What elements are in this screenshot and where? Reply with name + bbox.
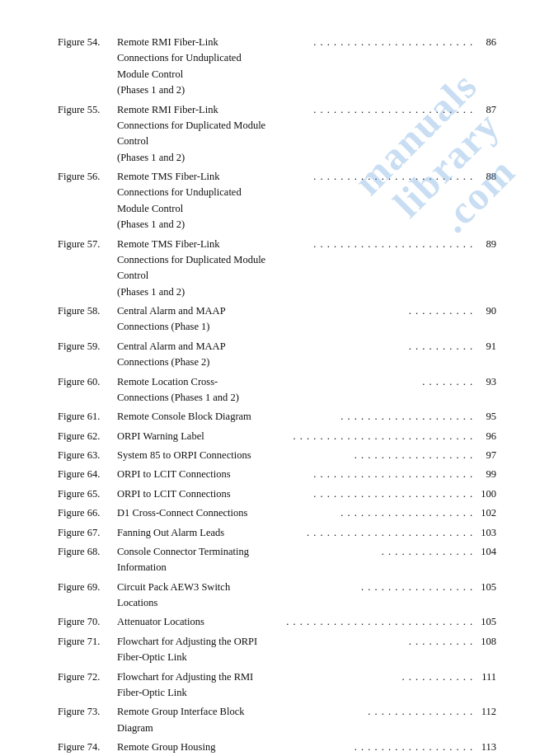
figure-title: Remote Group Housing (J58889AN-1) — [117, 738, 265, 756]
figure-number: Figure 58. — [58, 302, 117, 337]
figure-number: Figure 59. — [58, 337, 117, 373]
figure-number: Figure 71. — [58, 632, 117, 668]
toc-table: Figure 54.Remote RMI Fiber-Link Connecti… — [58, 33, 496, 756]
figure-page: 105 — [473, 578, 496, 613]
figure-number: Figure 70. — [58, 613, 117, 632]
figure-dots: . . . . . . . . . . . . . . . . . — [265, 578, 473, 613]
figure-page: 96 — [473, 427, 496, 446]
figure-number: Figure 55. — [58, 101, 117, 168]
table-row: Figure 65.ORPI to LCIT Connections. . . … — [58, 485, 496, 504]
figure-dots: . . . . . . . . . . . . . . . . . . — [265, 738, 473, 756]
figure-page: 97 — [473, 446, 496, 465]
figure-dots: . . . . . . . . . . . . . . — [265, 542, 473, 578]
table-row: Figure 69.Circuit Pack AEW3 Switch Locat… — [58, 578, 496, 613]
figure-title: Remote TMS Fiber-Link Connections for Un… — [117, 167, 265, 235]
figure-dots: . . . . . . . . . . — [265, 632, 473, 668]
figure-page: 113 — [473, 738, 496, 756]
figure-title: ORPI to LCIT Connections — [117, 465, 265, 484]
figure-dots: . . . . . . . . . . . . . . . . . . . . … — [265, 427, 473, 446]
figure-dots: . . . . . . . . . . . . . . . . . . . . … — [265, 485, 473, 504]
table-row: Figure 70.Attenuator Locations. . . . . … — [58, 613, 496, 632]
figure-title: Circuit Pack AEW3 Switch Locations — [117, 578, 265, 613]
figure-page: 112 — [473, 702, 496, 738]
figure-page: 104 — [473, 542, 496, 578]
figure-page: 108 — [473, 632, 496, 668]
figure-title: Flowchart for Adjusting the RMI Fiber-Op… — [117, 668, 265, 703]
figure-number: Figure 69. — [58, 578, 117, 613]
table-row: Figure 66.D1 Cross-Connect Connections. … — [58, 504, 496, 523]
figure-dots: . . . . . . . . . . . . . . . . . . . . … — [265, 613, 473, 632]
figure-page: 87 — [473, 101, 496, 168]
figure-page: 90 — [473, 302, 496, 337]
figure-page: 86 — [473, 33, 496, 101]
figure-number: Figure 54. — [58, 33, 117, 101]
figure-dots: . . . . . . . . . . . . . . . . . . — [265, 446, 473, 465]
figure-number: Figure 67. — [58, 524, 117, 542]
figure-dots: . . . . . . . . . . . . . . . . . . . . — [265, 504, 473, 523]
figure-dots: . . . . . . . . . . . . . . . . . . . . … — [265, 33, 473, 101]
table-row: Figure 63.System 85 to ORPI Connections.… — [58, 446, 496, 465]
table-row: Figure 60.Remote Location Cross-Connecti… — [58, 373, 496, 408]
figure-title: Attenuator Locations — [117, 613, 265, 632]
figure-title: ORPI to LCIT Connections — [117, 485, 265, 504]
figure-page: 100 — [473, 485, 496, 504]
figure-page: 103 — [473, 524, 496, 542]
figure-page: 105 — [473, 613, 496, 632]
figure-title: Remote Location Cross-Connections (Phase… — [117, 373, 265, 408]
table-row: Figure 72.Flowchart for Adjusting the RM… — [58, 668, 496, 703]
figure-title: Central Alarm and MAAP Connections (Phas… — [117, 337, 265, 373]
figure-dots: . . . . . . . . . . . . . . . . . . . . … — [265, 235, 473, 303]
page: manualslibrary.com Figure 54.Remote RMI … — [0, 0, 554, 756]
figure-dots: . . . . . . . . . . . . . . . . . . . . — [265, 407, 473, 426]
figure-title: Remote Group Interface Block Diagram — [117, 702, 265, 738]
table-row: Figure 56.Remote TMS Fiber-Link Connecti… — [58, 167, 496, 235]
table-row: Figure 57.Remote TMS Fiber-Link Connecti… — [58, 235, 496, 303]
figure-title: Remote RMI Fiber-Link Connections for Un… — [117, 33, 265, 101]
figure-number: Figure 63. — [58, 446, 117, 465]
table-row: Figure 54.Remote RMI Fiber-Link Connecti… — [58, 33, 496, 101]
figure-dots: . . . . . . . . . . — [265, 302, 473, 337]
table-row: Figure 68.Console Connector Terminating … — [58, 542, 496, 578]
figure-title: Central Alarm and MAAP Connections (Phas… — [117, 302, 265, 337]
figure-page: 93 — [473, 373, 496, 408]
figure-number: Figure 74. — [58, 738, 117, 756]
table-row: Figure 73.Remote Group Interface Block D… — [58, 702, 496, 738]
table-row: Figure 71.Flowchart for Adjusting the OR… — [58, 632, 496, 668]
figure-number: Figure 65. — [58, 485, 117, 504]
table-row: Figure 55.Remote RMI Fiber-Link Connecti… — [58, 101, 496, 168]
figure-page: 102 — [473, 504, 496, 523]
figure-number: Figure 60. — [58, 373, 117, 408]
table-row: Figure 67.Fanning Out Alarm Leads. . . .… — [58, 524, 496, 542]
figure-title: ORPI Warning Label — [117, 427, 265, 446]
figure-number: Figure 57. — [58, 235, 117, 303]
figure-page: 89 — [473, 235, 496, 303]
figure-number: Figure 61. — [58, 407, 117, 426]
figure-page: 111 — [473, 668, 496, 703]
figure-title: D1 Cross-Connect Connections — [117, 504, 265, 523]
figure-number: Figure 68. — [58, 542, 117, 578]
figure-dots: . . . . . . . . . . . . . . . . . . . . … — [265, 524, 473, 542]
figure-number: Figure 73. — [58, 702, 117, 738]
table-row: Figure 61.Remote Console Block Diagram. … — [58, 407, 496, 426]
figure-dots: . . . . . . . . — [265, 373, 473, 408]
figure-number: Figure 72. — [58, 668, 117, 703]
figure-number: Figure 66. — [58, 504, 117, 523]
table-row: Figure 59.Central Alarm and MAAP Connect… — [58, 337, 496, 373]
figure-dots: . . . . . . . . . . — [265, 337, 473, 373]
table-row: Figure 64.ORPI to LCIT Connections. . . … — [58, 465, 496, 484]
figure-page: 88 — [473, 167, 496, 235]
figure-dots: . . . . . . . . . . . — [265, 668, 473, 703]
figure-dots: . . . . . . . . . . . . . . . . . . . . … — [265, 101, 473, 168]
figure-title: Remote Console Block Diagram — [117, 407, 265, 426]
figure-dots: . . . . . . . . . . . . . . . . . . . . … — [265, 167, 473, 235]
figure-page: 99 — [473, 465, 496, 484]
figure-title: Console Connector Terminating Informatio… — [117, 542, 265, 578]
figure-title: Flowchart for Adjusting the ORPI Fiber-O… — [117, 632, 265, 668]
figure-number: Figure 62. — [58, 427, 117, 446]
figure-title: Remote TMS Fiber-Link Connections for Du… — [117, 235, 265, 303]
figure-number: Figure 56. — [58, 167, 117, 235]
figure-page: 95 — [473, 407, 496, 426]
figure-number: Figure 64. — [58, 465, 117, 484]
figure-page: 91 — [473, 337, 496, 373]
figure-dots: . . . . . . . . . . . . . . . . . . . . … — [265, 465, 473, 484]
